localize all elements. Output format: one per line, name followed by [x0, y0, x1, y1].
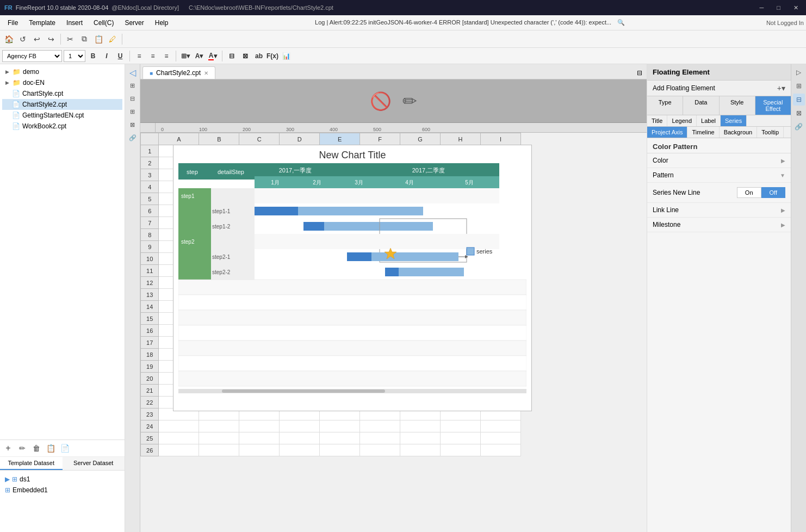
cell-25-2[interactable] — [239, 432, 280, 444]
cell-25-0[interactable] — [159, 432, 199, 444]
vert-tool-1[interactable]: ◁ — [127, 66, 139, 78]
toolbar-paste[interactable]: 📋 — [92, 33, 105, 46]
cell-26-1[interactable] — [199, 444, 239, 456]
cell-26-6[interactable] — [400, 444, 441, 456]
cell-24-2[interactable] — [239, 420, 280, 432]
tab-data[interactable]: Data — [683, 96, 719, 115]
col-D[interactable]: D — [280, 133, 320, 145]
font-select[interactable]: Agency FB — [2, 50, 62, 62]
cell-25-4[interactable] — [320, 432, 360, 444]
tree-item-workbook2[interactable]: 📄 WorkBook2.cpt — [2, 121, 122, 132]
cell-25-8[interactable] — [481, 432, 521, 444]
vert-tool-4[interactable]: ⊞ — [127, 106, 139, 117]
ds-paste[interactable]: 📄 — [58, 442, 71, 455]
cell-26-7[interactable] — [441, 444, 481, 456]
col-G[interactable]: G — [400, 133, 441, 145]
cell-24-5[interactable] — [360, 420, 400, 432]
chart-wrapper[interactable]: New Chart Title step detailStep 2017,一季度 — [173, 145, 532, 411]
col-I[interactable]: I — [481, 133, 521, 145]
align-right[interactable]: ≡ — [160, 50, 172, 62]
strip-btn-2[interactable]: ⊞ — [793, 80, 805, 92]
toolbar-redo[interactable]: ↪ — [45, 33, 58, 46]
min-btn[interactable]: ─ — [757, 4, 767, 11]
ds-item-embedded1[interactable]: ⊞ Embedded1 — [3, 485, 121, 496]
col-C[interactable]: C — [239, 133, 280, 145]
cell-26-0[interactable] — [159, 444, 199, 456]
formula-btn[interactable]: F(x) — [266, 50, 278, 62]
tab-special-effect[interactable]: Special Effect — [755, 96, 791, 115]
menu-help[interactable]: Help — [150, 17, 174, 29]
menu-template[interactable]: Template — [23, 17, 61, 29]
tab-chartstyle2[interactable]: ■ ChartStyle2.cpt ✕ — [142, 66, 215, 79]
ds-delete[interactable]: 🗑 — [30, 442, 43, 455]
cell-26-8[interactable] — [481, 444, 521, 456]
col-B[interactable]: B — [199, 133, 239, 145]
tab-type[interactable]: Type — [647, 96, 683, 115]
toolbar-undo[interactable]: ↩ — [30, 33, 44, 46]
font-size[interactable]: 1 — [64, 50, 85, 62]
tree-item-demo[interactable]: ▶ 📁 demo — [2, 66, 122, 77]
cell-26-3[interactable] — [280, 444, 320, 456]
menu-server[interactable]: Server — [119, 17, 149, 29]
col-H[interactable]: H — [441, 133, 481, 145]
italic-btn[interactable]: I — [101, 50, 113, 62]
close-btn[interactable]: ✕ — [790, 4, 802, 11]
max-btn[interactable]: □ — [773, 4, 784, 11]
cell-24-6[interactable] — [400, 420, 441, 432]
milestone-arrow[interactable]: ▶ — [781, 222, 785, 228]
merge-cells[interactable]: ⊟ — [226, 50, 238, 62]
subtab-legend[interactable]: Legend — [667, 115, 697, 126]
pencil-icon[interactable]: ✏ — [402, 91, 417, 112]
toolbar-format[interactable]: 🖊 — [106, 33, 119, 46]
underline-btn[interactable]: U — [114, 50, 126, 62]
col-F[interactable]: F — [360, 133, 400, 145]
row2-background[interactable]: Backgroun — [720, 127, 758, 138]
row2-tooltip[interactable]: Tooltip — [757, 127, 784, 138]
tab-server-dataset[interactable]: Server Dataset — [63, 457, 125, 470]
strip-btn-5[interactable]: 🔗 — [793, 121, 805, 133]
vert-tool-5[interactable]: ⊠ — [127, 119, 139, 131]
subtab-label[interactable]: Label — [697, 115, 721, 126]
row2-project-axis[interactable]: Project Axis — [647, 127, 687, 138]
font-color[interactable]: A▾ — [207, 50, 219, 62]
borders-btn[interactable]: ⊞▾ — [179, 50, 191, 62]
cell-26-4[interactable] — [320, 444, 360, 456]
cell-26-5[interactable] — [360, 444, 400, 456]
toolbar-copy[interactable]: ⧉ — [78, 33, 91, 46]
menu-cell[interactable]: Cell(C) — [88, 17, 119, 29]
vert-tool-2[interactable]: ⊞ — [127, 79, 139, 91]
strip-btn-3[interactable]: ⊟ — [793, 94, 805, 106]
merge-h[interactable]: ⊠ — [239, 50, 251, 62]
color-arrow[interactable]: ▶ — [781, 158, 785, 164]
tab-style[interactable]: Style — [720, 96, 755, 115]
align-left[interactable]: ≡ — [133, 50, 145, 62]
pattern-arrow[interactable]: ▼ — [780, 172, 785, 178]
add-floating-btn[interactable]: +▾ — [777, 84, 785, 92]
cell-24-0[interactable] — [159, 420, 199, 432]
tree-item-chartstyle2[interactable]: 📄 ChartStyle2.cpt — [2, 99, 122, 110]
toolbar-refresh[interactable]: ↺ — [16, 33, 29, 46]
subtab-series[interactable]: Series — [721, 115, 747, 126]
tab-nav[interactable]: ⊟ — [635, 67, 644, 79]
cell-26-2[interactable] — [239, 444, 280, 456]
chart-btn[interactable]: 📊 — [280, 50, 292, 62]
tree-item-doc-en[interactable]: ▶ 📁 doc-EN — [2, 77, 122, 88]
col-A[interactable]: A — [159, 133, 199, 145]
cell-24-8[interactable] — [481, 420, 521, 432]
ds-item-ds1[interactable]: ▶ ⊞ ds1 — [3, 474, 121, 485]
cell-24-7[interactable] — [441, 420, 481, 432]
ab-btn[interactable]: ab — [253, 50, 265, 62]
tab-close[interactable]: ✕ — [204, 70, 208, 76]
vert-tool-6[interactable]: 🔗 — [127, 132, 139, 144]
menu-insert[interactable]: Insert — [61, 17, 88, 29]
menu-file[interactable]: File — [2, 17, 23, 29]
cell-24-4[interactable] — [320, 420, 360, 432]
search-icon[interactable]: 🔍 — [617, 19, 625, 26]
vert-tool-3[interactable]: ⊟ — [127, 92, 139, 104]
cell-25-1[interactable] — [199, 432, 239, 444]
bold-btn[interactable]: B — [87, 50, 99, 62]
row2-timeline[interactable]: Timeline — [687, 127, 719, 138]
cell-25-3[interactable] — [280, 432, 320, 444]
cell-25-6[interactable] — [400, 432, 441, 444]
cell-25-5[interactable] — [360, 432, 400, 444]
